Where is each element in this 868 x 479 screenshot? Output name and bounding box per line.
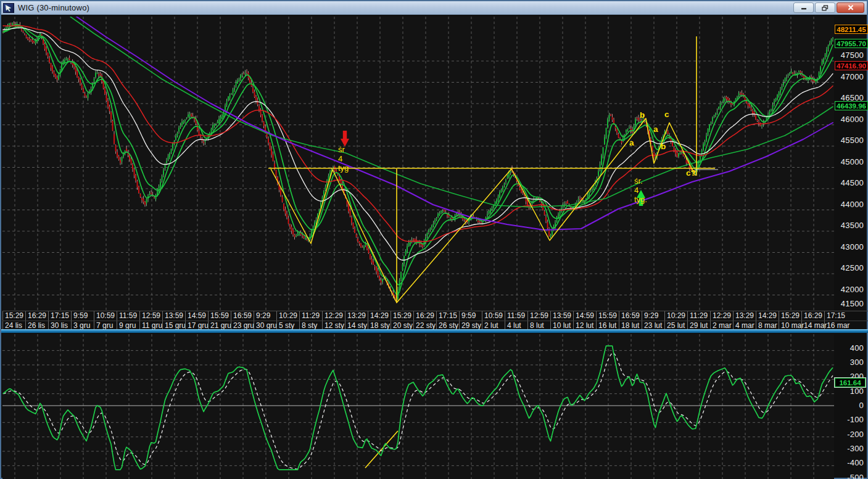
panel-splitter[interactable] — [1, 329, 868, 333]
price-axis: 4750047000465004600045500450004450044000… — [834, 15, 868, 311]
price-axis-label: 44500 — [834, 178, 868, 187]
time-label: 15:59 — [596, 311, 619, 321]
minimize-icon — [801, 5, 807, 10]
oscillator-axis-label: -100 — [834, 415, 868, 424]
oscillator-axis-label: 300 — [834, 358, 868, 367]
chart-area: 4750047000465004600045500450004450044000… — [1, 15, 867, 478]
price-axis-label: 42500 — [834, 263, 868, 272]
time-label: 9:29 — [642, 311, 664, 321]
time-label: 10:59 — [94, 311, 117, 321]
time-label: 13:29 — [345, 311, 368, 321]
time-axis: 15:2916:2917:159:5910:5911:5912:5913:591… — [2, 311, 868, 330]
price-axis-label: 47000 — [834, 72, 868, 81]
time-label: 16:29 — [25, 311, 48, 321]
price-axis-label: 45000 — [834, 157, 868, 166]
time-label: 15:29 — [779, 311, 801, 321]
window-title: WIG (30-minutowo) — [18, 3, 89, 12]
price-axis-label: 44000 — [834, 200, 868, 209]
price-axis-label: 45500 — [834, 136, 868, 145]
time-label: 15:29 — [2, 311, 25, 321]
time-label: 9:59 — [459, 311, 482, 321]
time-label: 16:59 — [231, 311, 254, 321]
oscillator-axis-label: -200 — [834, 430, 868, 439]
time-label: 17:15 — [824, 311, 847, 321]
oscillator-axis-label: 100 — [834, 387, 868, 396]
time-label: 13:59 — [162, 311, 185, 321]
price-axis-label: 46000 — [834, 115, 868, 124]
cursor-icon — [5, 4, 12, 12]
time-label: 12:29 — [710, 311, 733, 321]
time-row: 15:2916:2917:159:5910:5911:5912:5913:591… — [2, 311, 868, 321]
restore-icon — [822, 5, 829, 11]
oscillator-axis-label: -500 — [834, 473, 868, 479]
price-tag: 46439.96 — [835, 101, 868, 110]
price-axis-label: 41500 — [834, 299, 868, 308]
time-label: 14:29 — [368, 311, 391, 321]
time-label: 16:29 — [801, 311, 824, 321]
price-axis-label: 43500 — [834, 221, 868, 230]
time-label: 11:29 — [687, 311, 710, 321]
price-axis-label: 43000 — [834, 242, 868, 252]
oscillator-axis-label: -400 — [834, 458, 868, 467]
price-tag: 48211.45 — [835, 25, 868, 34]
oscillator-axis-label: -300 — [834, 444, 868, 453]
minimize-button[interactable] — [793, 2, 814, 13]
price-axis-label: 47500 — [834, 51, 868, 60]
time-label: 16:29 — [413, 311, 436, 321]
time-label: 14:59 — [185, 311, 208, 321]
time-label: 9:29 — [254, 311, 276, 321]
time-label: 9:59 — [71, 311, 94, 321]
time-label: 10:29 — [276, 311, 299, 321]
sr-4-tyg-label: śr 4 tyg — [338, 145, 349, 173]
restore-button[interactable] — [815, 2, 835, 13]
time-label: 14:59 — [573, 311, 596, 321]
wave-label: b — [640, 110, 645, 120]
time-label: 10:59 — [482, 311, 505, 321]
time-label: 10:29 — [664, 311, 687, 321]
wave-label: c — [664, 110, 669, 119]
time-label: 17:15 — [48, 311, 71, 321]
time-label: 12:59 — [139, 311, 162, 321]
time-label: 11:59 — [117, 311, 139, 321]
window-controls — [793, 2, 865, 13]
oscillator-axis-label: 400 — [834, 343, 868, 353]
time-label: 11:59 — [505, 311, 527, 321]
price-axis-label: 42000 — [834, 285, 868, 294]
time-label: 12:59 — [527, 311, 550, 321]
price-tag: 47955.70 — [835, 39, 868, 48]
wave-label: a — [653, 125, 658, 134]
wave-label: b — [661, 142, 666, 151]
time-label: 15:59 — [208, 311, 231, 321]
time-label: 13:59 — [550, 311, 573, 321]
oscillator-chart[interactable] — [2, 334, 834, 479]
sr-4-tyg-label: śr. 4 tyg. — [634, 176, 647, 204]
time-label: 15:29 — [391, 311, 413, 321]
title-bar[interactable]: WIG (30-minutowo) — [1, 1, 867, 15]
oscillator-axis: 4003002001000-100-200-300-400-500 — [834, 333, 868, 479]
time-label: 16:59 — [619, 311, 642, 321]
main-price-chart[interactable] — [2, 17, 834, 311]
app-icon — [3, 3, 14, 13]
oscillator-axis-label: 0 — [834, 401, 868, 410]
app-window: WIG (30-minutowo) 4750047000465004600045… — [0, 0, 868, 479]
oscillator-value-tag: 161.64 — [835, 378, 866, 387]
time-label: 14:29 — [756, 311, 779, 321]
close-icon — [848, 5, 854, 10]
time-label: 13:29 — [733, 311, 756, 321]
wave-label: a — [629, 138, 634, 147]
time-label: 17:15 — [436, 311, 459, 321]
wave-label: c? — [686, 168, 696, 178]
time-label: 11:29 — [299, 311, 322, 321]
close-button[interactable] — [837, 2, 864, 13]
price-tag: 47416.90 — [835, 61, 868, 70]
time-label: 12:29 — [322, 311, 345, 321]
